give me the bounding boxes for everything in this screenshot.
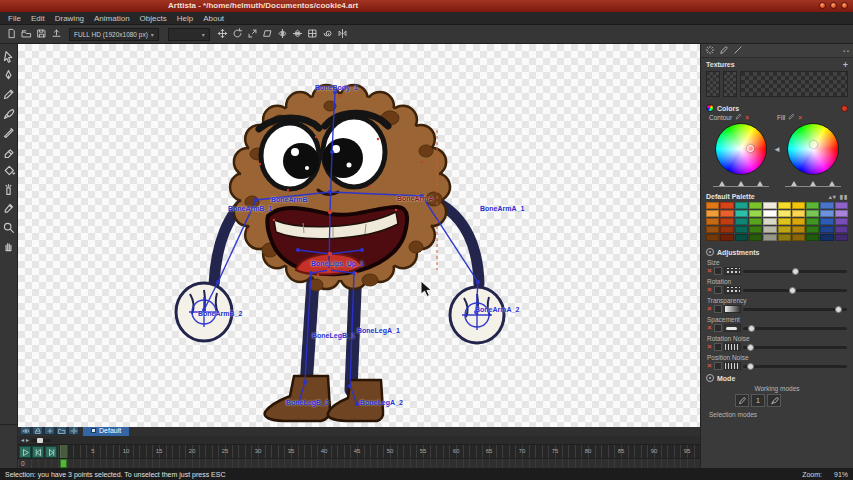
palette-swatch[interactable]: [706, 202, 719, 209]
palette-swatch[interactable]: [820, 210, 833, 217]
spray-tool[interactable]: [0, 180, 17, 199]
palette-swatch[interactable]: [720, 226, 733, 233]
settings-icon[interactable]: [68, 426, 79, 435]
palette-swatch[interactable]: [792, 218, 805, 225]
palette-swatch[interactable]: [835, 202, 848, 209]
palette-swatch[interactable]: [792, 202, 805, 209]
eraser-tool[interactable]: [0, 142, 17, 161]
reset-x-button[interactable]: ×: [707, 325, 712, 331]
export-icon[interactable]: [49, 26, 64, 41]
clear-contour-icon[interactable]: ×: [745, 114, 749, 121]
resolution-dropdown[interactable]: FULL HD (1920x1080 px) ▾: [69, 28, 159, 41]
skew-icon[interactable]: [260, 26, 275, 41]
minimize-button[interactable]: [819, 2, 826, 9]
onion-skin-icon[interactable]: [320, 26, 335, 41]
palette-swatch[interactable]: [720, 202, 733, 209]
palette-swatch[interactable]: [749, 234, 762, 241]
palette-swatch[interactable]: [749, 202, 762, 209]
pen-tool[interactable]: [0, 66, 17, 85]
link-toggle[interactable]: [714, 305, 722, 313]
link-toggle[interactable]: [714, 286, 722, 294]
palette-swatch[interactable]: [706, 234, 719, 241]
fill-color-wheel[interactable]: [787, 123, 839, 175]
palette-swatch[interactable]: [778, 234, 791, 241]
palette-swatch[interactable]: [778, 202, 791, 209]
prev-frame-icon[interactable]: [32, 446, 44, 458]
slider-handle[interactable]: [747, 344, 754, 351]
link-toggle[interactable]: [714, 324, 722, 332]
palette-swatch[interactable]: [706, 210, 719, 217]
slider-handle[interactable]: [748, 325, 755, 332]
palette-swatch[interactable]: [735, 202, 748, 209]
close-button[interactable]: [841, 2, 848, 9]
knife-tool[interactable]: [0, 123, 17, 142]
bone-mode-icon[interactable]: 1: [751, 394, 765, 407]
palette-swatch[interactable]: [763, 226, 776, 233]
palette-swatch[interactable]: [835, 226, 848, 233]
menu-animation[interactable]: Animation: [89, 14, 135, 23]
reset-x-button[interactable]: ×: [707, 306, 712, 312]
palette-swatch[interactable]: [835, 234, 848, 241]
menu-help[interactable]: Help: [172, 14, 198, 23]
texture-strip[interactable]: [740, 71, 848, 97]
new-file-icon[interactable]: [4, 26, 19, 41]
frame-track[interactable]: 0: [18, 458, 700, 468]
menu-edit[interactable]: Edit: [26, 14, 50, 23]
palette-swatch[interactable]: [763, 218, 776, 225]
slider-track[interactable]: [743, 346, 847, 349]
palette-swatch[interactable]: [820, 226, 833, 233]
texture-thumbnail[interactable]: [723, 71, 737, 97]
bucket-tool[interactable]: [0, 161, 17, 180]
flip-horizontal-icon[interactable]: [275, 26, 290, 41]
next-frame-icon[interactable]: [45, 446, 57, 458]
menu-about[interactable]: About: [198, 14, 229, 23]
brush-tool[interactable]: [0, 104, 17, 123]
palette-swatch[interactable]: [820, 202, 833, 209]
palette-swatch[interactable]: [735, 210, 748, 217]
add-layer-icon[interactable]: [44, 426, 55, 435]
texture-thumbnail[interactable]: [706, 71, 720, 97]
palette-swatch[interactable]: [778, 210, 791, 217]
dots-icon[interactable]: ▪ ▪: [843, 48, 849, 54]
pen-icon[interactable]: [719, 45, 729, 56]
link-toggle[interactable]: [714, 343, 722, 351]
pointer-tool[interactable]: [0, 47, 17, 66]
reset-x-button[interactable]: ×: [707, 287, 712, 293]
palette-swatch[interactable]: [706, 226, 719, 233]
open-file-icon[interactable]: [19, 26, 34, 41]
menu-objects[interactable]: Objects: [135, 14, 172, 23]
palette-swatch[interactable]: [706, 218, 719, 225]
layer-tab-default[interactable]: Default: [83, 426, 129, 436]
draw-mode-icon[interactable]: [735, 394, 749, 407]
paint-mode-icon[interactable]: [767, 394, 781, 407]
palette-swatch[interactable]: [763, 234, 776, 241]
palette-swatch[interactable]: [835, 218, 848, 225]
slider-handle[interactable]: [789, 287, 796, 294]
contour-value-slider[interactable]: [713, 178, 769, 187]
fill-value-slider[interactable]: [785, 178, 841, 187]
palette-swatch[interactable]: [806, 226, 819, 233]
reset-color-button[interactable]: [841, 105, 848, 112]
slider-track[interactable]: [743, 365, 847, 368]
timeline-ruler[interactable]: 5101520253035404550556065707580859095: [58, 445, 700, 458]
pencil-tool[interactable]: [0, 85, 17, 104]
timeline-zoom-slider[interactable]: [31, 439, 51, 442]
contour-color-indicator[interactable]: [747, 145, 754, 152]
palette-swatch[interactable]: [763, 202, 776, 209]
palette-swatch[interactable]: [720, 210, 733, 217]
move-icon[interactable]: [215, 26, 230, 41]
reset-x-button[interactable]: ×: [707, 268, 712, 274]
titlebar[interactable]: Arttista - */home/helmuth/Documentos/coo…: [0, 0, 853, 12]
palette-swatch[interactable]: [749, 218, 762, 225]
menu-file[interactable]: File: [3, 14, 26, 23]
add-texture-icon[interactable]: +: [843, 62, 848, 68]
palette-swatch[interactable]: [749, 210, 762, 217]
mirror-icon[interactable]: [335, 26, 350, 41]
clear-fill-icon[interactable]: ×: [798, 114, 802, 121]
fill-color-indicator[interactable]: [810, 141, 817, 148]
scroll-right-icon[interactable]: ▸: [26, 437, 29, 443]
reset-x-button[interactable]: ×: [707, 344, 712, 350]
palette-swatch[interactable]: [835, 210, 848, 217]
palette-swatch[interactable]: [720, 234, 733, 241]
palette-swatch[interactable]: [735, 218, 748, 225]
